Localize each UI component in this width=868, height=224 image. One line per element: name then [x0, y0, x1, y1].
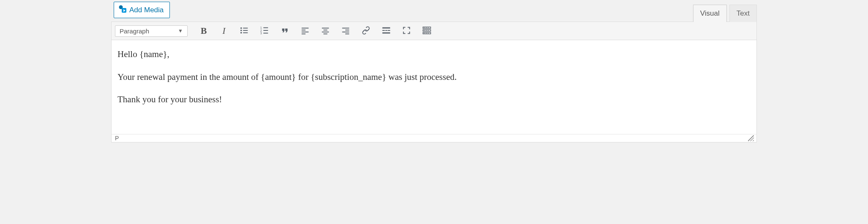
svg-rect-36	[428, 27, 429, 28]
svg-point-3	[240, 27, 242, 29]
toolbar-toggle-icon	[422, 26, 431, 36]
align-right-icon	[341, 26, 350, 36]
svg-rect-21	[322, 31, 329, 32]
align-left-icon	[300, 26, 310, 36]
svg-rect-15	[302, 27, 309, 28]
align-center-button[interactable]	[318, 25, 333, 37]
editor-statusbar: P	[112, 134, 756, 142]
svg-rect-39	[426, 30, 427, 30]
link-button[interactable]	[358, 25, 374, 37]
svg-rect-26	[345, 33, 349, 34]
svg-text:3: 3	[260, 32, 262, 35]
svg-rect-34	[424, 27, 425, 28]
svg-rect-14	[263, 33, 268, 33]
tab-text-label: Text	[737, 9, 750, 17]
svg-rect-44	[428, 33, 429, 33]
tab-visual[interactable]: Visual	[693, 5, 727, 22]
svg-rect-8	[243, 32, 248, 33]
add-media-button[interactable]: Add Media	[114, 2, 170, 18]
media-icon	[118, 5, 127, 15]
format-dropdown-label: Paragraph	[120, 27, 149, 35]
svg-rect-24	[345, 30, 349, 30]
tab-visual-label: Visual	[700, 9, 720, 17]
svg-rect-25	[342, 31, 349, 32]
link-icon	[361, 26, 371, 36]
svg-rect-27	[382, 27, 390, 28]
bold-icon: B	[201, 26, 207, 36]
svg-rect-43	[426, 33, 427, 33]
svg-point-5	[240, 30, 242, 31]
numbered-list-button[interactable]: 123	[257, 25, 272, 37]
read-more-icon	[382, 26, 391, 36]
resize-handle[interactable]	[748, 135, 754, 141]
italic-button[interactable]: I	[216, 25, 232, 37]
editor-mode-tabs: Visual Text	[693, 4, 757, 22]
svg-rect-22	[323, 33, 327, 34]
align-right-button[interactable]	[338, 25, 353, 37]
svg-rect-23	[342, 27, 349, 28]
content-paragraph: Thank you for your business!	[117, 93, 751, 107]
svg-rect-20	[323, 30, 327, 30]
italic-icon: I	[222, 26, 225, 36]
svg-rect-6	[243, 30, 248, 31]
svg-rect-10	[263, 27, 268, 28]
editor-wrap: Add Media Visual Text Paragraph ▼ B I	[109, 0, 759, 142]
tab-text[interactable]: Text	[729, 5, 757, 22]
svg-rect-32	[382, 32, 390, 33]
blockquote-button[interactable]	[277, 25, 292, 37]
svg-rect-38	[424, 30, 425, 30]
svg-rect-40	[428, 30, 429, 30]
bullet-list-icon	[240, 26, 249, 36]
svg-rect-19	[322, 27, 329, 28]
content-paragraph: Your renewal payment in the amount of {a…	[117, 71, 751, 84]
editor-toolbar: Paragraph ▼ B I 123	[112, 22, 756, 40]
bullet-list-button[interactable]	[237, 25, 252, 37]
kitchen-sink-button[interactable]	[419, 25, 434, 37]
fullscreen-button[interactable]	[399, 25, 414, 37]
content-paragraph: Hello {name},	[117, 48, 751, 61]
add-media-label: Add Media	[129, 6, 164, 14]
editor-top-row: Add Media Visual Text	[109, 0, 759, 22]
blockquote-icon	[280, 26, 289, 36]
svg-rect-30	[385, 30, 387, 31]
svg-rect-42	[424, 33, 425, 33]
svg-rect-12	[263, 30, 268, 31]
element-path[interactable]: P	[115, 135, 119, 142]
svg-rect-31	[388, 30, 390, 31]
svg-rect-29	[382, 30, 385, 31]
svg-rect-16	[302, 30, 306, 30]
align-center-icon	[321, 26, 330, 36]
fullscreen-icon	[402, 26, 411, 36]
bold-button[interactable]: B	[196, 25, 211, 37]
svg-point-7	[240, 32, 242, 33]
editor-content[interactable]: Hello {name}, Your renewal payment in th…	[112, 40, 756, 134]
chevron-down-icon: ▼	[178, 28, 183, 34]
svg-rect-17	[302, 31, 309, 32]
editor-box: Paragraph ▼ B I 123	[111, 22, 757, 142]
align-left-button[interactable]	[298, 25, 313, 37]
numbered-list-icon: 123	[260, 26, 269, 36]
insert-more-button[interactable]	[379, 25, 394, 37]
svg-rect-18	[302, 33, 306, 34]
format-dropdown[interactable]: Paragraph ▼	[115, 25, 188, 37]
svg-rect-35	[426, 27, 427, 28]
svg-rect-4	[243, 27, 248, 28]
